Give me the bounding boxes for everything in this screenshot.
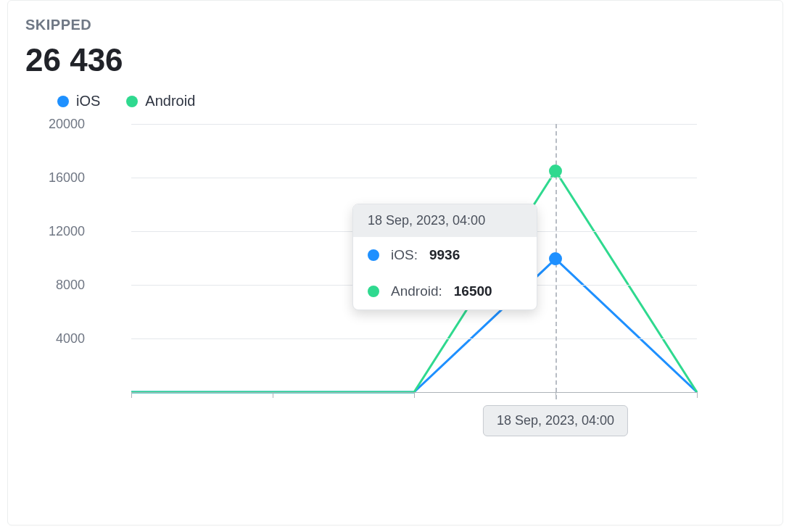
metric-label: SKIPPED bbox=[25, 17, 759, 33]
chart-card: SKIPPED 26 436 iOS Android 2000016000120… bbox=[7, 0, 783, 525]
x-tick bbox=[697, 392, 698, 398]
y-tick-label: 8000 bbox=[34, 278, 85, 293]
chart-legend: iOS Android bbox=[25, 93, 759, 109]
legend-item-android[interactable]: Android bbox=[126, 93, 195, 109]
x-tick bbox=[131, 392, 132, 398]
x-tick bbox=[273, 392, 273, 398]
tooltip-series-value: 9936 bbox=[429, 247, 460, 263]
legend-item-ios[interactable]: iOS bbox=[57, 93, 100, 109]
x-tick bbox=[414, 392, 415, 398]
y-tick-label: 20000 bbox=[34, 117, 85, 132]
tooltip-series-name: Android: bbox=[391, 283, 442, 299]
tooltip-time: 18 Sep, 2023, 04:00 bbox=[353, 204, 537, 237]
point-marker-android bbox=[549, 165, 562, 178]
metric-value: 26 436 bbox=[25, 42, 759, 78]
legend-label: iOS bbox=[76, 93, 100, 109]
gridline bbox=[131, 178, 697, 178]
legend-label: Android bbox=[145, 93, 195, 109]
chart-header: SKIPPED 26 436 iOS Android bbox=[8, 1, 782, 109]
point-marker-ios bbox=[549, 252, 562, 265]
chart-area[interactable]: 20000160001200080004000 18 Sep, 2023, 04… bbox=[37, 124, 733, 457]
legend-dot-android bbox=[126, 96, 138, 107]
legend-dot-ios bbox=[57, 96, 69, 107]
tooltip-series-value: 16500 bbox=[454, 283, 492, 299]
y-tick-label: 4000 bbox=[34, 331, 85, 346]
tooltip-row-android: Android: 16500 bbox=[353, 273, 537, 309]
x-axis-highlight-label: 18 Sep, 2023, 04:00 bbox=[483, 405, 628, 436]
tooltip-row-ios: iOS: 9936 bbox=[353, 237, 537, 273]
chart-tooltip: 18 Sep, 2023, 04:00 iOS: 9936 Android: 1… bbox=[352, 204, 537, 310]
tooltip-dot-ios bbox=[368, 249, 379, 261]
gridline bbox=[131, 124, 697, 125]
gridline bbox=[131, 338, 697, 339]
y-tick-label: 12000 bbox=[34, 224, 85, 239]
y-tick-label: 16000 bbox=[34, 170, 85, 186]
tooltip-series-name: iOS: bbox=[391, 247, 418, 263]
tooltip-dot-android bbox=[368, 286, 379, 297]
